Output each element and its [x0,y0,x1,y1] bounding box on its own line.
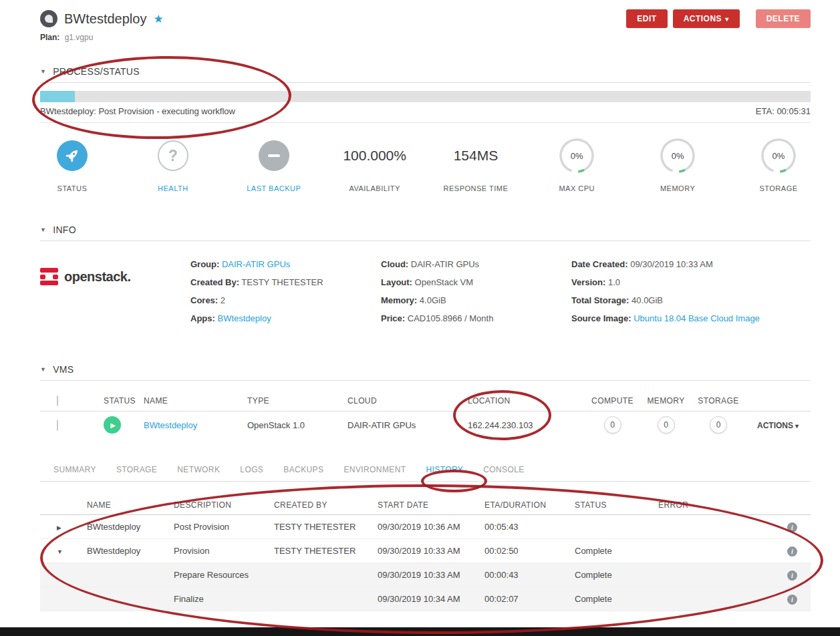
edit-button[interactable]: EDIT [626,9,667,28]
collapse-row-icon[interactable]: ▼ [57,548,63,555]
metric-last-backup: LAST BACKUP [242,138,306,192]
expand-row-icon[interactable]: ▶ [57,524,61,531]
tab-summary[interactable]: SUMMARY [53,465,96,474]
metric-storage: 0% STORAGE [746,138,811,192]
group-label: Group: [190,259,219,269]
info-section-header[interactable]: ▼ INFO [40,224,811,235]
title-block: BWtestdeploy ★ [40,10,164,27]
apps-value-link[interactable]: BWtestdeploy [217,313,271,323]
history-start-date: 09/30/2019 10:33 AM [378,546,484,556]
instance-type-icon [40,10,57,27]
vm-name-link[interactable]: BWtestdeploy [144,420,197,430]
vms-col-name: NAME [144,396,247,406]
history-col-status: STATUS [575,500,658,510]
history-description: Post Provision [174,522,274,532]
history-start-date: 09/30/2019 10:33 AM [378,570,484,580]
bottom-black-bar [0,627,840,636]
availability-metric-label: AVAILABILITY [349,184,400,192]
info-column-2: Cloud: DAIR-ATIR GPUs Layout: OpenStack … [381,259,571,331]
history-row: ▶ BWtestdeploy Post Provision TESTY THET… [40,515,811,539]
collapse-arrow-icon: ▼ [40,366,46,373]
deploy-progress-bar [40,91,811,102]
plan-label: Plan: [40,33,59,42]
status-line: BWtestdeploy: Post Provision - executing… [40,106,811,116]
tab-console[interactable]: CONSOLE [483,465,524,474]
history-table: NAME DESCRIPTION CREATED BY START DATE E… [40,495,811,611]
openstack-logo: openstack. [40,268,190,285]
last-backup-metric-label[interactable]: LAST BACKUP [247,184,301,192]
history-start-date: 09/30/2019 10:34 AM [378,594,484,604]
workflow-status-text: BWtestdeploy: Post Provision - executing… [40,106,235,116]
storage-value: 0% [760,138,797,174]
cores-label: Cores: [190,295,218,305]
divider [40,380,811,381]
select-all-checkbox[interactable] [57,395,58,406]
favorite-star-icon[interactable]: ★ [153,12,163,26]
process-status-title: PROCESS/STATUS [53,66,140,77]
tab-storage[interactable]: STORAGE [116,465,157,474]
caret-down-icon: ▾ [795,422,799,430]
history-eta: 00:00:43 [484,570,575,580]
divider [40,82,811,83]
vm-location-ip: 162.244.230.103 [468,420,585,430]
metric-status: STATUS [40,138,104,192]
health-question-icon: ? [158,140,188,171]
rocket-icon [63,147,81,164]
history-col-description: DESCRIPTION [174,500,274,510]
history-status: Complete [575,570,658,580]
version-label: Version: [571,277,605,287]
vm-running-play-icon[interactable]: ▶ [104,416,121,434]
rocket-status-icon [57,140,88,171]
vms-col-status: STATUS [104,396,144,406]
total-storage-value: 40.0GiB [632,295,663,305]
availability-value: 100.000% [343,148,406,164]
source-image-value-link[interactable]: Ubuntu 18.04 Base Cloud Image [634,313,760,323]
history-start-date: 09/30/2019 10:36 AM [378,522,484,532]
vms-section-header[interactable]: ▼ VMS [40,364,811,375]
history-col-eta-duration: ETA/DURATION [484,500,575,510]
max-cpu-metric-label: MAX CPU [559,184,595,192]
tab-history[interactable]: HISTORY [426,465,464,474]
vms-title: VMS [53,364,74,375]
openstack-logo-text: openstack. [64,269,130,285]
version-value: 1.0 [608,277,620,287]
cores-value: 2 [221,295,225,305]
tab-logs[interactable]: LOGS [240,465,263,474]
eta-text: ETA: 00:05:31 [756,106,811,116]
history-status: Complete [575,594,658,604]
info-column-3: Date Created: 09/30/2019 10:33 AM Versio… [571,259,811,331]
total-storage-label: Total Storage: [571,295,629,305]
health-metric-label[interactable]: HEALTH [158,184,188,192]
history-subtask-row: Prepare Resources 09/30/2019 10:33 AM 00… [40,563,811,587]
price-label: Price: [381,313,405,323]
info-icon[interactable]: i [787,595,797,605]
max-cpu-gauge: 0% [559,138,595,174]
group-value-link[interactable]: DAIR-ATIR GPUs [222,259,290,269]
history-eta: 00:02:50 [484,546,575,556]
tab-network[interactable]: NETWORK [177,465,220,474]
actions-button-label: ACTIONS [684,14,722,23]
metrics-row: STATUS ? HEALTH LAST BACKUP 100.000% AVA… [40,138,811,192]
actions-dropdown-button[interactable]: ACTIONS▾ [673,9,740,28]
vms-table: STATUS NAME TYPE CLOUD LOCATION COMPUTE … [40,390,811,438]
history-subtask-row: Finalize 09/30/2019 10:34 AM 00:02:07 Co… [40,587,811,611]
history-table-header: NAME DESCRIPTION CREATED BY START DATE E… [40,495,811,515]
select-row-checkbox[interactable] [57,420,58,431]
info-icon[interactable]: i [787,546,797,556]
vm-storage-badge: 0 [710,416,727,434]
max-cpu-value: 0% [559,138,595,174]
process-status-section-header[interactable]: ▼ PROCESS/STATUS [40,66,811,77]
metric-memory: 0% MEMORY [646,138,710,192]
delete-button[interactable]: DELETE [756,9,811,28]
vm-actions-dropdown[interactable]: ACTIONS▾ [757,421,799,430]
history-eta: 00:05:43 [484,522,575,532]
info-icon[interactable]: i [787,571,797,581]
tab-environment[interactable]: ENVIRONMENT [343,465,406,474]
metric-availability: 100.000% AVAILABILITY [343,138,407,192]
storage-gauge: 0% [760,138,797,174]
info-icon[interactable]: i [787,522,797,532]
tab-backups[interactable]: BACKUPS [283,465,323,474]
history-eta: 00:02:07 [484,594,575,604]
vms-col-compute: COMPUTE [585,396,640,406]
history-description: Prepare Resources [174,570,274,580]
